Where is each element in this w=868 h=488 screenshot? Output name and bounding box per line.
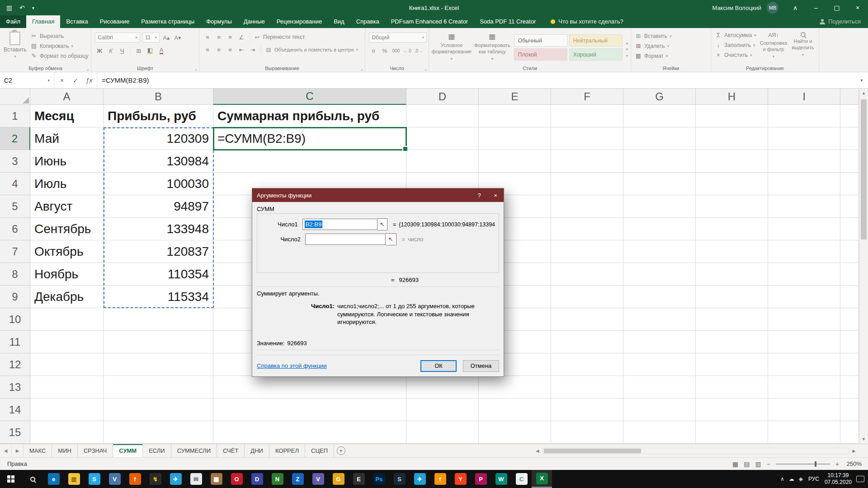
sheet-tab-СЧЁТ[interactable]: СЧЁТ (217, 444, 245, 457)
sort-filter-button[interactable]: АЯ↕ Сортировка и фильтр ▾ (760, 30, 787, 65)
zoom-in-button[interactable]: + (835, 460, 839, 468)
normal-view-button[interactable]: ▦ (732, 460, 738, 468)
cell-C13[interactable] (213, 376, 406, 399)
cell-A14[interactable] (30, 399, 104, 421)
row-header-5[interactable]: 5 (0, 195, 30, 218)
percent-style-button[interactable]: % (380, 46, 389, 55)
language-indicator[interactable]: РУС (807, 476, 820, 482)
clock[interactable]: 10:17:39 07.05.2020 (825, 472, 852, 486)
cell-D15[interactable] (406, 421, 479, 444)
column-header-H[interactable]: H (696, 89, 768, 105)
confirm-entry-icon[interactable]: ✓ (69, 77, 82, 84)
cell-C2[interactable]: =СУММ(B2:B9) (213, 127, 406, 150)
dialog-title-bar[interactable]: Аргументы функции ? × (252, 188, 504, 202)
insert-function-icon[interactable]: ƒx (82, 77, 96, 84)
taskbar-app-paw-app[interactable]: P (471, 470, 491, 488)
font-size-select[interactable]: 11 ▾ (142, 33, 160, 42)
align-left-button[interactable]: ≡ (203, 45, 212, 54)
ribbon-tab-Разметка страницы[interactable]: Разметка страницы (135, 15, 200, 28)
taskbar-app-discord[interactable]: D (247, 470, 267, 488)
merge-center-button[interactable]: ⊟ Объединить и поместить в центре ▾ (265, 47, 358, 53)
cell-A13[interactable] (30, 376, 104, 399)
gallery-more-icon[interactable]: ▾ (626, 53, 628, 58)
cell-H1[interactable] (696, 105, 768, 127)
cell-H12[interactable] (696, 353, 768, 376)
cancel-entry-icon[interactable]: × (55, 77, 69, 84)
ribbon-tab-Вставка[interactable]: Вставка (60, 15, 94, 28)
cell-H9[interactable] (696, 286, 768, 308)
close-button[interactable]: × (847, 0, 868, 15)
taskbar-app-opera[interactable]: O (226, 470, 247, 488)
sheet-nav-left-icon[interactable]: ◀ (0, 444, 12, 457)
row-header-8[interactable]: 8 (0, 263, 30, 286)
taskbar-app-mail[interactable]: ✉ (186, 470, 206, 488)
sheet-nav-right-icon[interactable]: ▶ (12, 444, 24, 457)
align-bottom-button[interactable]: ≡ (226, 33, 235, 42)
taskbar-app-epic-games[interactable]: E (349, 470, 369, 488)
taskbar-app-edge[interactable]: e (43, 470, 64, 488)
sheet-tab-СРЗНАЧ[interactable]: СРЗНАЧ (78, 444, 113, 457)
align-top-button[interactable]: ≡ (203, 33, 212, 42)
scroll-down-icon[interactable]: ▼ (859, 435, 868, 444)
ribbon-tab-Soda PDF 11 Creator[interactable]: Soda PDF 11 Creator (474, 15, 542, 28)
cell-G5[interactable] (623, 195, 696, 218)
align-middle-button[interactable]: ≡ (214, 33, 223, 42)
cell-I11[interactable] (768, 331, 840, 353)
cell-style-Нейтральный[interactable]: Нейтральный (569, 34, 623, 47)
start-button[interactable] (0, 470, 22, 488)
name-box[interactable]: C2 ▾ (0, 72, 54, 88)
cell-G3[interactable] (623, 150, 696, 173)
cell-G7[interactable] (623, 240, 696, 263)
taskbar-app-vk[interactable]: V (104, 470, 125, 488)
cell-G12[interactable] (623, 353, 696, 376)
cell-I3[interactable] (768, 150, 840, 173)
accounting-format-button[interactable]: ¤ (369, 46, 378, 55)
number-dialog-launcher-icon[interactable]: ⌟ (425, 66, 426, 71)
taskbar-app-viber[interactable]: V (308, 470, 328, 488)
taskbar-search-button[interactable] (22, 470, 43, 488)
cell-B8[interactable]: 110354 (104, 263, 213, 286)
cell-F9[interactable] (551, 286, 623, 308)
autosum-button[interactable]: Σ Автосумма ▾ (715, 32, 756, 38)
clear-button[interactable]: × Очистить ▾ (715, 52, 756, 58)
italic-button[interactable]: К (106, 46, 115, 55)
ribbon-tab-Рисование[interactable]: Рисование (94, 15, 135, 28)
cell-A4[interactable]: Июль (30, 173, 104, 195)
cell-A6[interactable]: Сентябрь (30, 218, 104, 240)
column-header-F[interactable]: F (551, 89, 623, 105)
cell-I1[interactable] (768, 105, 840, 127)
font-name-select[interactable]: Calibri ▾ (95, 33, 140, 42)
taskbar-app-nvidia[interactable]: N (267, 470, 288, 488)
column-header-D[interactable]: D (406, 89, 479, 105)
format-painter-button[interactable]: ✎ Формат по образцу (30, 52, 89, 59)
clipboard-dialog-launcher-icon[interactable]: ⌟ (87, 66, 89, 71)
cell-H15[interactable] (696, 421, 768, 444)
sheet-tab-СУММЕСЛИ[interactable]: СУММЕСЛИ (171, 444, 217, 457)
column-header-B[interactable]: B (104, 89, 213, 105)
cut-button[interactable]: ✂ Вырезать (30, 33, 89, 39)
arg2-input[interactable] (305, 234, 386, 245)
sheet-tab-КОРРЕЛ[interactable]: КОРРЕЛ (269, 444, 305, 457)
cell-H6[interactable] (696, 218, 768, 240)
cell-D2[interactable] (406, 127, 479, 150)
taskbar-app-gold-app[interactable]: G (328, 470, 349, 488)
cell-G10[interactable] (623, 308, 696, 331)
cell-I6[interactable] (768, 218, 840, 240)
cell-B11[interactable] (104, 331, 213, 353)
function-help-link[interactable]: Справка по этой функции (257, 362, 327, 369)
cell-H14[interactable] (696, 399, 768, 421)
cell-F5[interactable] (551, 195, 623, 218)
tell-me-box[interactable]: Что вы хотите сделать? (551, 18, 623, 28)
cell-B15[interactable] (104, 421, 213, 444)
cell-G11[interactable] (623, 331, 696, 353)
copy-button[interactable]: ▤ Копировать ▾ (30, 42, 89, 49)
ok-button[interactable]: ОК (420, 360, 457, 372)
cell-H5[interactable] (696, 195, 768, 218)
formula-bar-expand-icon[interactable]: ▾ (855, 72, 868, 88)
cell-A11[interactable] (30, 331, 104, 353)
cell-F6[interactable] (551, 218, 623, 240)
cell-D13[interactable] (406, 376, 479, 399)
fill-button[interactable]: ↓ Заполнить ▾ (715, 42, 756, 48)
taskbar-app-explorer[interactable]: ▥ (64, 470, 84, 488)
row-header-2[interactable]: 2 (0, 127, 30, 150)
